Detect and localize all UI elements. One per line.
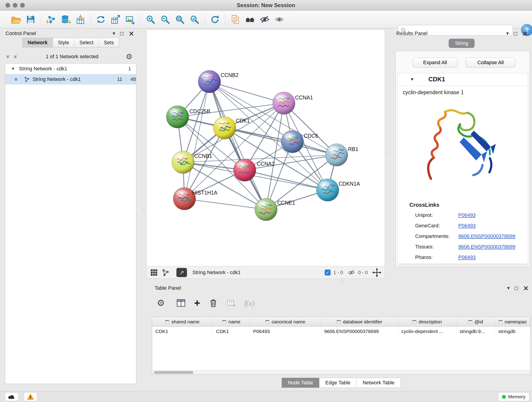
scrollbar-thumb[interactable] bbox=[154, 371, 193, 374]
panel-close-icon[interactable]: × bbox=[522, 30, 528, 37]
columns-icon[interactable] bbox=[176, 298, 186, 308]
window-zoom-button[interactable] bbox=[20, 3, 25, 7]
network-share-icon[interactable] bbox=[161, 268, 170, 277]
export-image-button[interactable] bbox=[123, 12, 138, 27]
panel-float-icon[interactable]: ◻ bbox=[120, 31, 124, 36]
network-edge[interactable] bbox=[209, 82, 284, 103]
hide-selected-button[interactable] bbox=[257, 12, 272, 27]
network-edge[interactable] bbox=[184, 199, 266, 210]
cell-canonical-name[interactable]: P06493 bbox=[250, 327, 321, 336]
network-edge[interactable] bbox=[184, 103, 284, 199]
crosslink-link[interactable]: 9606.ENSP00000378699 bbox=[458, 233, 515, 239]
zoom-out-button[interactable] bbox=[158, 12, 172, 27]
memory-button[interactable]: Memory bbox=[498, 392, 529, 401]
cell-namespace[interactable]: stringdb bbox=[495, 327, 530, 336]
cell-description[interactable]: cyclin-dependent ... bbox=[398, 327, 456, 336]
node-gloss bbox=[174, 154, 186, 160]
node-gloss bbox=[319, 182, 331, 187]
crosslink-link[interactable]: P06493 bbox=[458, 223, 476, 229]
tab-sets[interactable]: Sets bbox=[99, 38, 119, 47]
network-overview-button[interactable] bbox=[243, 12, 257, 27]
network-collection-row[interactable]: ▼ String Network - cdk1 1 bbox=[5, 64, 136, 74]
panel-float-icon[interactable]: ◻ bbox=[514, 286, 519, 291]
tab-style[interactable]: Style bbox=[53, 38, 75, 47]
network-canvas[interactable]: CCNB2CCNA1CDC25BCDK1CDC6RB1CCNB1CCNA2CDK… bbox=[146, 30, 385, 266]
column-header[interactable]: description bbox=[398, 317, 456, 327]
table-row[interactable]: CDK1 CDK1 P06493 9606.ENSP00000378699 cy… bbox=[152, 327, 530, 336]
column-header[interactable]: shared name bbox=[152, 317, 213, 327]
section-disclosure-icon[interactable]: ▼ bbox=[410, 77, 414, 82]
annotations-button[interactable] bbox=[228, 12, 243, 27]
crosslink-link[interactable]: P06493 bbox=[458, 254, 476, 260]
network-node-label: CDC25B bbox=[190, 108, 210, 114]
trash-icon[interactable] bbox=[209, 298, 218, 308]
new-network-from-table-button[interactable] bbox=[108, 12, 123, 27]
crosshair-icon[interactable] bbox=[372, 268, 381, 277]
column-header[interactable]: name bbox=[213, 317, 250, 327]
zoom-selected-button[interactable] bbox=[187, 12, 202, 27]
crosslink-link[interactable]: 9606.ENSP00000378699 bbox=[458, 244, 515, 249]
hidden-count: 0 - 0 bbox=[358, 270, 368, 275]
network-edge[interactable] bbox=[184, 82, 209, 199]
string-results-tab[interactable]: String bbox=[449, 39, 475, 48]
network-arrows-button[interactable] bbox=[94, 12, 108, 27]
disclosure-triangle-icon[interactable]: ▼ bbox=[11, 67, 15, 71]
splitter-handle[interactable] bbox=[386, 153, 389, 156]
panel-close-icon[interactable]: × bbox=[523, 285, 529, 292]
network-edge[interactable] bbox=[209, 82, 266, 210]
cell-shared-name[interactable]: CDK1 bbox=[152, 327, 213, 336]
zoom-fit-button[interactable] bbox=[172, 12, 187, 27]
panel-close-icon[interactable]: × bbox=[128, 30, 134, 37]
open-session-button[interactable] bbox=[9, 12, 23, 27]
show-all-button[interactable] bbox=[272, 12, 287, 27]
export-network-view-button[interactable]: ↗ bbox=[177, 268, 187, 277]
hidden-eye-slash-icon[interactable] bbox=[348, 269, 355, 276]
warning-button[interactable] bbox=[24, 392, 37, 401]
splitter-handle[interactable] bbox=[340, 280, 343, 283]
gear-icon[interactable]: ⚙ bbox=[126, 52, 133, 61]
window-minimize-button[interactable] bbox=[13, 3, 17, 7]
window-close-button[interactable] bbox=[6, 3, 10, 7]
horizontal-scrollbar[interactable] bbox=[152, 370, 530, 374]
tab-network[interactable]: Network bbox=[22, 38, 53, 47]
panel-menu-icon[interactable]: ▾ bbox=[507, 286, 510, 291]
splitter-handle[interactable] bbox=[142, 208, 145, 211]
zoom-in-button[interactable] bbox=[143, 12, 158, 27]
add-row-plus-icon[interactable]: + bbox=[194, 298, 200, 308]
table-settings-gear-icon[interactable]: ⚙ bbox=[157, 298, 165, 308]
column-header[interactable]: @id bbox=[456, 317, 495, 327]
expand-tree-icon[interactable]: « bbox=[12, 53, 19, 60]
column-header[interactable]: namespac bbox=[495, 317, 530, 327]
import-network-file-button[interactable] bbox=[44, 12, 58, 27]
tab-edge-table[interactable]: Edge Table bbox=[319, 378, 357, 388]
save-session-button[interactable] bbox=[23, 12, 38, 27]
tab-network-table[interactable]: Network Table bbox=[356, 378, 401, 388]
panel-menu-icon[interactable]: ▾ bbox=[113, 31, 115, 36]
cell-database-identifier[interactable]: 9606.ENSP00000378699 bbox=[321, 327, 398, 336]
selected-checkbox-icon[interactable]: ✓ bbox=[325, 269, 331, 275]
network-node-label: CCNA2 bbox=[257, 161, 275, 167]
column-icon bbox=[499, 320, 502, 323]
import-table-button[interactable] bbox=[73, 12, 88, 27]
network-view-title: String Network - cdk1 bbox=[192, 269, 241, 275]
column-header[interactable]: canonical name bbox=[250, 317, 321, 327]
panel-float-icon[interactable]: ◻ bbox=[513, 31, 518, 36]
network-edge[interactable] bbox=[225, 128, 336, 155]
import-network-database-button[interactable] bbox=[58, 12, 73, 27]
cloud-button[interactable] bbox=[5, 392, 18, 401]
refresh-view-button[interactable] bbox=[208, 12, 222, 27]
column-header[interactable]: database identifier bbox=[321, 317, 398, 327]
collapse-all-button[interactable]: Collapse All bbox=[466, 57, 515, 68]
crosslink-link[interactable]: P06493 bbox=[458, 212, 476, 218]
crosslink-row: Uniprot:P06493 bbox=[415, 212, 476, 218]
expand-all-button[interactable]: Expand All bbox=[413, 57, 457, 68]
panel-menu-icon[interactable]: ▾ bbox=[506, 31, 509, 36]
tab-node-table[interactable]: Node Table bbox=[282, 378, 319, 388]
network-row[interactable]: String Network - cdk1 11 48 bbox=[5, 74, 136, 85]
cell-name[interactable]: CDK1 bbox=[213, 327, 250, 336]
cell-id[interactable]: stringdb:9... bbox=[456, 327, 495, 336]
results-scrollbar[interactable] bbox=[398, 263, 528, 266]
collapse-tree-icon[interactable]: » bbox=[5, 53, 12, 60]
tab-select[interactable]: Select bbox=[74, 38, 99, 47]
grid-view-icon[interactable] bbox=[150, 268, 158, 277]
